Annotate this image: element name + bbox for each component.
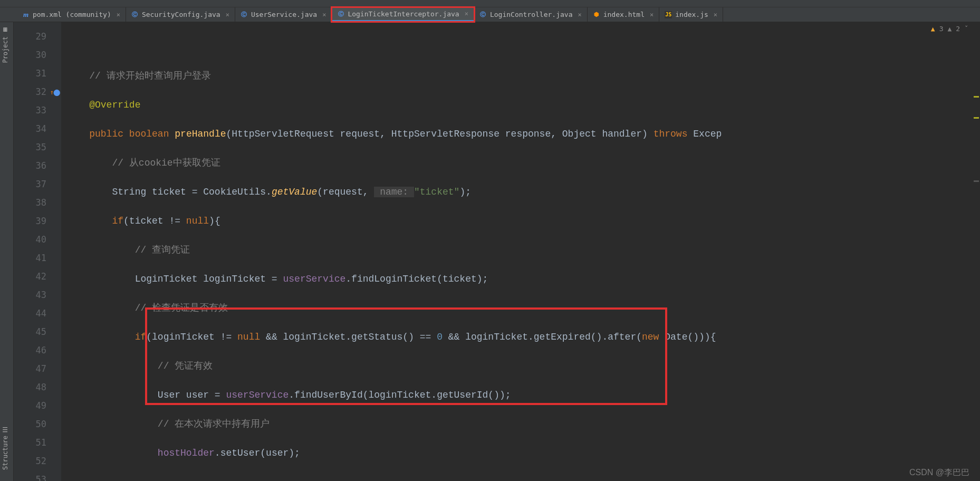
tab-label: LoginTicketInterceptor.java [348, 10, 459, 18]
override-gutter-icon[interactable]: ⬤ [53, 83, 60, 101]
line-number-gutter[interactable]: 29 30 31 32⬤↑ 33 34 35 36 37 38 39 40 41… [14, 22, 61, 481]
close-icon[interactable]: × [226, 11, 229, 18]
structure-icon: ☰ [2, 426, 9, 433]
code-editor[interactable]: 29 30 31 32⬤↑ 33 34 35 36 37 38 39 40 41… [14, 22, 980, 481]
up-arrow-icon[interactable]: ↑ [50, 83, 54, 101]
line-number: 46 [14, 341, 61, 360]
sidebar-label: Structure [2, 436, 9, 470]
tab-label: LoginController.java [490, 11, 573, 18]
close-icon[interactable]: × [578, 11, 581, 18]
java-class-icon: Ⓒ [131, 11, 139, 18]
left-tool-sidebar: Project ▦ Structure ☰ Favorites ★ [0, 22, 14, 481]
chevron-icon: ˇ [964, 25, 968, 33]
line-number: 30 [14, 46, 61, 64]
tab-index-js[interactable]: JS index.js × [659, 7, 723, 22]
csdn-watermark: CSDN @李巴巴 [909, 467, 969, 478]
tab-pom-xml[interactable]: m pom.xml (community) × [17, 7, 126, 22]
line-number: 53 [14, 470, 61, 481]
project-icon: ▦ [2, 26, 9, 34]
line-number: 40 [14, 230, 61, 249]
scroll-mark[interactable] [974, 180, 979, 182]
tab-label: index.html [603, 11, 645, 18]
js-file-icon: JS [665, 11, 672, 18]
tab-loginticketinterceptor[interactable]: Ⓒ LoginTicketInterceptor.java × [332, 7, 474, 22]
code-line: // 从cookie中获取凭证 [61, 154, 980, 172]
scroll-warning-mark[interactable] [974, 117, 979, 119]
line-number: 34 [14, 120, 61, 138]
close-icon[interactable]: × [322, 11, 326, 18]
line-number: 43 [14, 286, 61, 304]
tab-logincontroller[interactable]: Ⓒ LoginController.java × [474, 7, 588, 22]
line-number: 51 [14, 434, 61, 452]
line-number: 49 [14, 397, 61, 415]
inspection-status[interactable]: ▲ 3 ▲ 2 ˇ [931, 25, 968, 33]
line-number: 47 [14, 360, 61, 378]
close-icon[interactable]: × [650, 11, 654, 18]
code-line: if(loginTicket != null && loginTicket.ge… [61, 328, 980, 347]
code-line: // 请求开始时查询用户登录 [61, 67, 980, 85]
close-icon[interactable]: × [465, 10, 468, 17]
line-number: 33 [14, 101, 61, 120]
code-line: String ticket = CookieUtils.getValue(req… [61, 183, 980, 201]
code-line: // 检查凭证是否有效 [61, 299, 980, 318]
code-line: // 凭证有效 [61, 357, 980, 376]
line-number: 42 [14, 267, 61, 286]
close-icon[interactable]: × [117, 11, 120, 18]
line-number: 35 [14, 138, 61, 157]
line-number: 44 [14, 304, 61, 323]
top-toolbar-area [0, 0, 980, 7]
tab-label: index.js [675, 11, 708, 18]
sidebar-project[interactable]: Project ▦ [2, 26, 9, 63]
code-line [61, 38, 980, 56]
line-number: 37 [14, 175, 61, 194]
code-content[interactable]: // 请求开始时查询用户登录 @Override public boolean … [61, 22, 980, 481]
tab-userservice[interactable]: Ⓒ UserService.java × [235, 7, 332, 22]
weak-warning-icon: ▲ [948, 25, 952, 33]
tab-label: UserService.java [251, 11, 317, 18]
line-number: 52 [14, 452, 61, 470]
line-number: 39 [14, 212, 61, 230]
warning-icon: ▲ [931, 25, 935, 33]
line-number: 31 [14, 64, 61, 83]
code-line: // 查询凭证 [61, 241, 980, 259]
warning-count: 3 [939, 25, 944, 33]
java-class-icon: Ⓒ [241, 11, 248, 18]
editor-tabs-bar: m pom.xml (community) × Ⓒ SecurityConfig… [0, 7, 980, 22]
editor-scrollbar[interactable] [973, 22, 980, 481]
line-number: 48 [14, 378, 61, 397]
code-line: @Override [61, 96, 980, 114]
line-number: 36 [14, 157, 61, 175]
sidebar-label: Project [2, 36, 9, 63]
code-line: if(ticket != null){ [61, 212, 980, 230]
close-icon[interactable]: × [714, 11, 717, 18]
line-number: 41 [14, 249, 61, 267]
weak-warning-count: 2 [956, 25, 960, 33]
line-number: 38 [14, 194, 61, 212]
line-number: 32⬤↑ [14, 83, 61, 101]
sidebar-structure[interactable]: Structure ☰ [2, 426, 9, 470]
tab-securityconfig[interactable]: Ⓒ SecurityConfig.java × [126, 7, 235, 22]
tab-label: pom.xml (community) [33, 11, 111, 18]
maven-icon: m [22, 11, 30, 18]
code-line: User user = userService.findUserById(log… [61, 386, 980, 405]
code-line: public boolean preHandle(HttpServletRequ… [61, 125, 980, 143]
java-class-icon: Ⓒ [337, 10, 344, 17]
tab-label: SecurityConfig.java [142, 11, 220, 18]
code-line [61, 473, 980, 481]
code-line: hostHolder.setUser(user); [61, 444, 980, 463]
line-number: 29 [14, 27, 61, 46]
code-line: // 在本次请求中持有用户 [61, 415, 980, 434]
line-number: 45 [14, 323, 61, 341]
line-number: 50 [14, 415, 61, 434]
code-line: LoginTicket loginTicket = userService.fi… [61, 270, 980, 288]
tab-index-html[interactable]: ⬢ index.html × [588, 7, 660, 22]
java-class-icon: Ⓒ [479, 11, 487, 18]
html-file-icon: ⬢ [593, 11, 600, 18]
scroll-warning-mark[interactable] [974, 96, 979, 98]
